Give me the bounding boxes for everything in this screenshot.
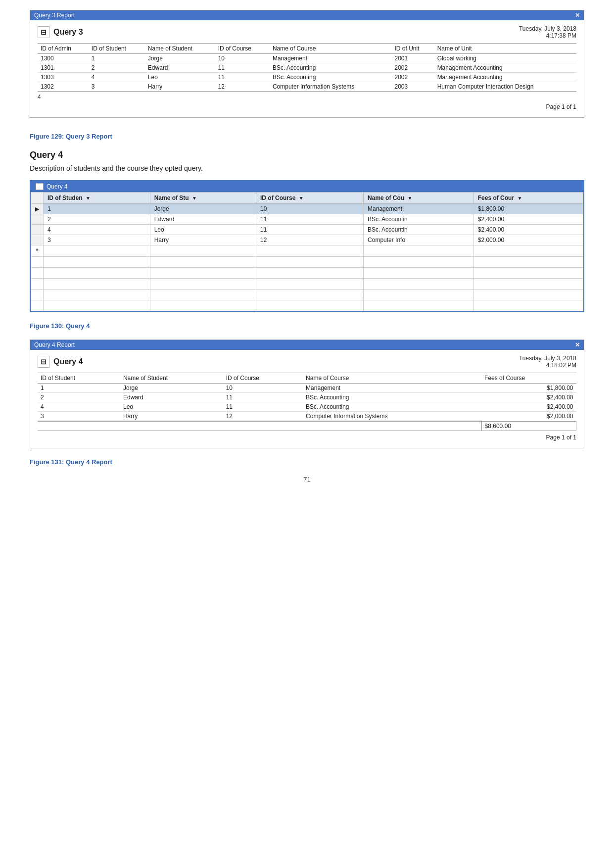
- figure130-caption: Figure 130: Query 4: [30, 322, 584, 330]
- cell-id-course: 11: [215, 63, 270, 73]
- col-id-student-q4[interactable]: ID of Studen ▼: [44, 193, 150, 204]
- col-fees-q4[interactable]: Fees of Cour ▼: [473, 193, 583, 204]
- rpt-cell-id-student: 4: [38, 402, 120, 412]
- rpt-cell-fees: $1,800.00: [481, 384, 576, 393]
- row-selector: [31, 214, 44, 225]
- page-number: 71: [30, 476, 584, 483]
- list-item[interactable]: 3 Harry 12 Computer Info $2,000.00: [31, 235, 583, 245]
- cell-id-course-q4: 11: [256, 225, 364, 235]
- query3-report-window: Query 3 Report ✕ ⊟ Query 3 Tuesday, July…: [30, 10, 584, 118]
- rpt-cell-id-student: 1: [38, 384, 120, 393]
- rpt-cell-name-student: Harry: [120, 412, 223, 422]
- rpt-col-name-student: Name of Student: [120, 373, 223, 384]
- rpt-col-id-student: ID of Student: [38, 373, 120, 384]
- table-row: 1300 1 Jorge 10 Management 2001 Global w…: [38, 54, 576, 63]
- cell-name-student-q4: Harry: [150, 235, 256, 245]
- cell-name-course-q4: Computer Info: [364, 235, 474, 245]
- rpt-cell-name-student: Jorge: [120, 384, 223, 393]
- new-row-col5[interactable]: [473, 245, 583, 257]
- query4-section-desc: Description of students and the course t…: [30, 164, 584, 172]
- cell-id-student: 2: [89, 63, 145, 73]
- cell-id-admin: 1300: [38, 54, 89, 63]
- list-item[interactable]: 4 Leo 11 BSc. Accountin $2,400.00: [31, 225, 583, 235]
- rpt-cell-id-student: 3: [38, 412, 120, 422]
- rpt-col-fees: Fees of Course: [481, 373, 576, 384]
- col-name-course-q4[interactable]: Name of Cou ▼: [364, 193, 474, 204]
- query3-date-line2: 4:17:38 PM: [519, 32, 576, 39]
- col-id-admin: ID of Admin: [38, 44, 89, 54]
- cell-id-course-q4: 12: [256, 235, 364, 245]
- rpt-cell-name-course: Management: [303, 384, 481, 393]
- new-row-col2[interactable]: [150, 245, 256, 257]
- query4-report-header: ⊟ Query 4 Tuesday, July 3, 2018 4:18:02 …: [38, 355, 576, 369]
- empty-row-4: [31, 289, 583, 300]
- rpt-cell-name-course: BSc. Accounting: [303, 402, 481, 412]
- cell-id-student-q4: 2: [44, 214, 150, 225]
- query4-report-window: Query 4 Report ✕ ⊟ Query 4 Tuesday, July…: [30, 339, 584, 448]
- cell-name-student: Jorge: [145, 54, 215, 63]
- col-id-unit: ID of Unit: [391, 44, 434, 54]
- cell-id-course: 12: [215, 82, 270, 92]
- query4-page-number: Page 1 of 1: [38, 434, 576, 441]
- empty-row-2: [31, 268, 583, 279]
- total-row: $8,600.00: [38, 421, 576, 431]
- close-icon[interactable]: ✕: [575, 12, 580, 19]
- col-name-unit: Name of Unit: [434, 44, 576, 54]
- query3-report-date: Tuesday, July 3, 2018 4:17:38 PM: [519, 25, 576, 39]
- cell-id-course: 11: [215, 73, 270, 82]
- col-id-course-q4[interactable]: ID of Course ▼: [256, 193, 364, 204]
- rpt-cell-fees: $2,400.00: [481, 393, 576, 402]
- cell-fees-q4: $2,000.00: [473, 235, 583, 245]
- query4-report-titlebar: Query 4 Report ✕: [30, 340, 584, 350]
- row-selector: ▶: [31, 204, 44, 214]
- query4-date-line2: 4:18:02 PM: [519, 362, 576, 369]
- query3-page-number: Page 1 of 1: [38, 103, 576, 110]
- col-name-student-q4[interactable]: Name of Stu ▼: [150, 193, 256, 204]
- cell-name-student-q4: Jorge: [150, 204, 256, 214]
- table-row: 4 Leo 11 BSc. Accounting $2,400.00: [38, 402, 576, 412]
- row-selector-header: [31, 193, 44, 204]
- cell-name-unit: Global working: [434, 54, 576, 63]
- cell-id-course-q4: 11: [256, 214, 364, 225]
- cell-name-student: Harry: [145, 82, 215, 92]
- new-row-col3[interactable]: [256, 245, 364, 257]
- cell-name-unit: Management Accounting: [434, 73, 576, 82]
- row-selector: [31, 235, 44, 245]
- new-row-col4[interactable]: [364, 245, 474, 257]
- list-item[interactable]: 2 Edward 11 BSc. Accountin $2,400.00: [31, 214, 583, 225]
- total-label: [38, 421, 481, 431]
- cell-id-student: 1: [89, 54, 145, 63]
- rpt-col-id-course: ID of Course: [223, 373, 303, 384]
- cell-id-student: 3: [89, 82, 145, 92]
- cell-name-course-q4: BSc. Accountin: [364, 214, 474, 225]
- cell-name-student: Leo: [145, 73, 215, 82]
- col-name-course: Name of Course: [270, 44, 392, 54]
- new-record-row: *: [31, 245, 583, 257]
- table-row: 1 Jorge 10 Management $1,800.00: [38, 384, 576, 393]
- cell-id-unit: 2003: [391, 82, 434, 92]
- rpt-cell-name-student: Leo: [120, 402, 223, 412]
- query4-grid: ID of Studen ▼ Name of Stu ▼ ID of Cours…: [31, 192, 583, 311]
- cell-name-course-q4: Management: [364, 204, 474, 214]
- cell-id-admin: 1303: [38, 73, 89, 82]
- query4-report-content: ⊟ Query 4 Tuesday, July 3, 2018 4:18:02 …: [30, 350, 584, 448]
- cell-id-course: 10: [215, 54, 270, 63]
- new-row-col1[interactable]: [44, 245, 150, 257]
- cell-fees-q4: $1,800.00: [473, 204, 583, 214]
- list-item[interactable]: ▶ 1 Jorge 10 Management $1,800.00: [31, 204, 583, 214]
- cell-id-student-q4: 4: [44, 225, 150, 235]
- cell-fees-q4: $2,400.00: [473, 225, 583, 235]
- cell-name-course: BSc. Accounting: [270, 73, 392, 82]
- figure129-caption: Figure 129: Query 3 Report: [30, 133, 584, 140]
- cell-id-student-q4: 3: [44, 235, 150, 245]
- rpt-cell-id-course: 10: [223, 384, 303, 393]
- cell-name-student-q4: Leo: [150, 225, 256, 235]
- rpt-cell-name-course: Computer Information Systems: [303, 412, 481, 422]
- cell-name-student: Edward: [145, 63, 215, 73]
- query3-title-block: ⊟ Query 3: [38, 26, 83, 38]
- table-row: 1303 4 Leo 11 BSc. Accounting 2002 Manag…: [38, 73, 576, 82]
- query4-close-icon[interactable]: ✕: [575, 341, 580, 348]
- rpt-cell-id-course: 11: [223, 393, 303, 402]
- cell-name-unit: Human Computer Interaction Design: [434, 82, 576, 92]
- cell-name-course: Computer Information Systems: [270, 82, 392, 92]
